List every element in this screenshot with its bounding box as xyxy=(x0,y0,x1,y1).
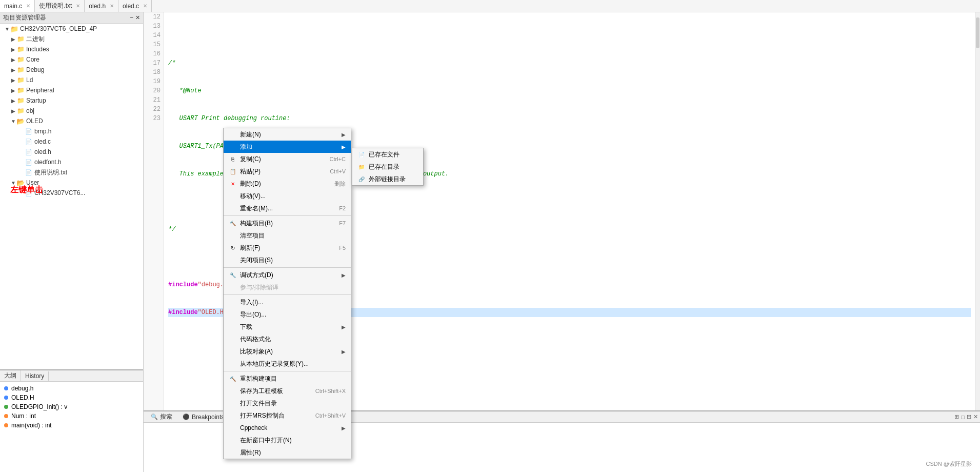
menu-item-copy[interactable]: ⎘ 复制(C) Ctrl+C xyxy=(224,153,351,165)
tree-item-includes[interactable]: ▶ 📁 Includes xyxy=(0,44,143,54)
menu-item-new[interactable]: 新建(N) ▶ xyxy=(224,128,351,141)
code-line-15: USART Print debugging routine: xyxy=(168,114,971,123)
menu-separator xyxy=(224,267,351,268)
tab-main-c[interactable]: main.c ✕ xyxy=(0,0,35,12)
tree-item-oledfont-h[interactable]: ▶ 📄 oledfont.h xyxy=(0,157,143,167)
sidebar-close-icon[interactable]: ✕ xyxy=(135,14,140,21)
menu-label: 重命名(M)... xyxy=(240,204,273,213)
right-panel: 12 13 14 15 16 17 18 19 20 21 22 23 /* *… xyxy=(144,12,980,472)
menu-item-export[interactable]: 导出(O)... xyxy=(224,308,351,321)
tree-item-debug[interactable]: ▶ 📁 Debug xyxy=(0,65,143,75)
scrollbar-thumb[interactable] xyxy=(976,17,979,48)
shortcut-label: F2 xyxy=(339,205,346,211)
menu-item-clean[interactable]: 清空项目 xyxy=(224,229,351,242)
sidebar: 项目资源管理器 − ✕ ▼ 📁 CH32V307VCT6_OLED_4P ▶ 📁… xyxy=(0,12,144,472)
breakpoint-icon: ⚫ xyxy=(183,414,190,420)
menu-label: 移动(V)... xyxy=(240,192,266,201)
tree-item-bmp-h[interactable]: ▶ 📄 bmp.h xyxy=(0,126,143,136)
tab-close-icon[interactable]: ✕ xyxy=(143,3,147,9)
outline-item-debug[interactable]: debug.h xyxy=(2,384,141,393)
tree-item-oled-folder[interactable]: ▼ 📂 OLED xyxy=(0,116,143,126)
tree-item-startup[interactable]: ▶ 📁 Startup xyxy=(0,95,143,106)
bottom-panel-action-4[interactable]: ✕ xyxy=(973,414,978,420)
folder-icon: 📁 xyxy=(16,35,25,43)
bottom-tab-search[interactable]: 🔍 搜索 xyxy=(146,411,177,422)
tree-item-ld[interactable]: ▶ 📁 Ld xyxy=(0,75,143,85)
menu-item-cppcheck[interactable]: Cppcheck ▶ xyxy=(224,422,351,434)
tab-oled-h[interactable]: oled.h ✕ xyxy=(85,0,118,12)
folder-label: Ld xyxy=(26,76,33,84)
menu-item-debug-mode[interactable]: 🔧 调试方式(D) ▶ xyxy=(224,269,351,281)
menu-item-save-template[interactable]: 保存为工程模板 Ctrl+Shift+X xyxy=(224,385,351,397)
file-c-icon: 📄 xyxy=(25,137,33,146)
menu-item-import[interactable]: 导入(I)... xyxy=(224,296,351,308)
tree-project-root[interactable]: ▼ 📁 CH32V307VCT6_OLED_4P xyxy=(0,24,143,34)
bottom-panel-action-1[interactable]: ⊞ xyxy=(954,414,959,420)
menu-item-download[interactable]: 下载 ▶ xyxy=(224,321,351,333)
folder-icon: 📁 xyxy=(357,163,366,171)
menu-item-format[interactable]: 代码格式化 xyxy=(224,333,351,345)
menu-item-open-console[interactable]: 打开MRS控制台 Ctrl+Shift+V xyxy=(224,409,351,422)
tab-label: 使用说明.txt xyxy=(39,2,72,10)
cppcheck-icon xyxy=(229,424,237,432)
outline-dot xyxy=(4,396,8,400)
bottom-tab-breakpoints[interactable]: ⚫ Breakpoints xyxy=(177,412,229,422)
menu-label: 外部链接目录 xyxy=(369,175,406,184)
shortcut-label: Ctrl+V xyxy=(330,168,346,174)
menu-item-paste[interactable]: 📋 粘贴(P) Ctrl+V xyxy=(224,165,351,178)
menu-item-rebuild[interactable]: 🔨 重新构建项目 xyxy=(224,372,351,385)
tree-item-obj[interactable]: ▶ 📁 obj xyxy=(0,106,143,116)
menu-item-delete[interactable]: ✕ 删除(D) 删除 xyxy=(224,178,351,190)
menu-item-move[interactable]: 移动(V)... xyxy=(224,190,351,202)
menu-item-build[interactable]: 🔨 构建项目(B) F7 xyxy=(224,217,351,229)
tab-history[interactable]: History xyxy=(21,371,49,381)
tab-oled-c[interactable]: oled.c ✕ xyxy=(118,0,152,12)
tree-item-binary[interactable]: ▶ 📁 二进制 xyxy=(0,34,143,44)
tree-item-oled-h[interactable]: ▶ 📄 oled.h xyxy=(0,147,143,157)
outline-item-oled-h[interactable]: OLED.H xyxy=(2,393,141,402)
tree-item-instructions[interactable]: ▶ 📄 使用说明.txt xyxy=(0,167,143,178)
menu-item-add[interactable]: 添加 ▶ xyxy=(224,141,351,153)
menu-item-open-new-window[interactable]: 在新窗口中打开(N) xyxy=(224,434,351,446)
tab-close-icon[interactable]: ✕ xyxy=(26,3,30,9)
menu-item-rename[interactable]: 重命名(M)... F2 xyxy=(224,202,351,214)
tree-item-oled-c[interactable]: ▶ 📄 oled.c xyxy=(0,136,143,147)
outline-item-oledgpio[interactable]: OLEDGPIO_Init() : v xyxy=(2,402,141,411)
file-icon: 📄 xyxy=(357,150,366,159)
project-name: CH32V307VCT6_OLED_4P xyxy=(20,25,97,32)
tree-item-peripheral[interactable]: ▶ 📁 Peripheral xyxy=(0,85,143,95)
bottom-panel-action-3[interactable]: ⊟ xyxy=(967,414,971,420)
tab-instructions[interactable]: 使用说明.txt ✕ xyxy=(35,0,85,12)
bottom-panel-action-2[interactable]: □ xyxy=(961,414,965,420)
search-icon: 🔍 xyxy=(151,414,158,420)
menu-item-properties[interactable]: 属性(R) xyxy=(224,446,351,459)
menu-item-close-project[interactable]: 关闭项目(S) xyxy=(224,254,351,266)
submenu-item-existing-file[interactable]: 📄 已存在文件 xyxy=(352,148,423,161)
menu-label: 清空项目 xyxy=(240,231,265,240)
tab-outline[interactable]: 大纲 xyxy=(0,370,21,381)
menu-item-restore-history[interactable]: 从本地历史记录复原(Y)... xyxy=(224,358,351,370)
menu-item-open-dir[interactable]: 打开文件目录 xyxy=(224,397,351,409)
tab-close-icon[interactable]: ✕ xyxy=(110,3,114,9)
menu-icon xyxy=(229,143,237,151)
submenu-arrow: ▶ xyxy=(342,144,346,150)
menu-label: 导出(O)... xyxy=(240,310,266,319)
sidebar-title: 项目资源管理器 xyxy=(3,13,46,22)
tab-close-icon[interactable]: ✕ xyxy=(76,3,80,9)
menu-item-refresh[interactable]: ↻ 刷新(F) F5 xyxy=(224,242,351,254)
expand-arrow: ▶ xyxy=(10,87,16,93)
menu-label: 刷新(F) xyxy=(240,244,260,252)
menu-label: 保存为工程模板 xyxy=(240,387,283,396)
menu-item-compare[interactable]: 比较对象(A) ▶ xyxy=(224,345,351,358)
submenu-item-existing-dir[interactable]: 📁 已存在目录 xyxy=(352,161,423,173)
context-menu: 新建(N) ▶ 添加 ▶ ⎘ 复制(C) Ctrl+C xyxy=(223,128,351,459)
tree-item-core[interactable]: ▶ 📁 Core xyxy=(0,54,143,65)
shortcut-label: F7 xyxy=(339,220,346,226)
scrollbar-vertical[interactable] xyxy=(975,12,980,410)
submenu-item-external-link-dir[interactable]: 🔗 外部链接目录 xyxy=(352,173,423,185)
outline-label: debug.h xyxy=(11,385,33,392)
menu-item-exclude-compile[interactable]: 参与/排除编译 xyxy=(224,281,351,293)
sidebar-minimize-icon[interactable]: − xyxy=(130,14,133,21)
outline-item-num[interactable]: Num : int xyxy=(2,411,141,421)
outline-item-main[interactable]: main(void) : int xyxy=(2,421,141,430)
